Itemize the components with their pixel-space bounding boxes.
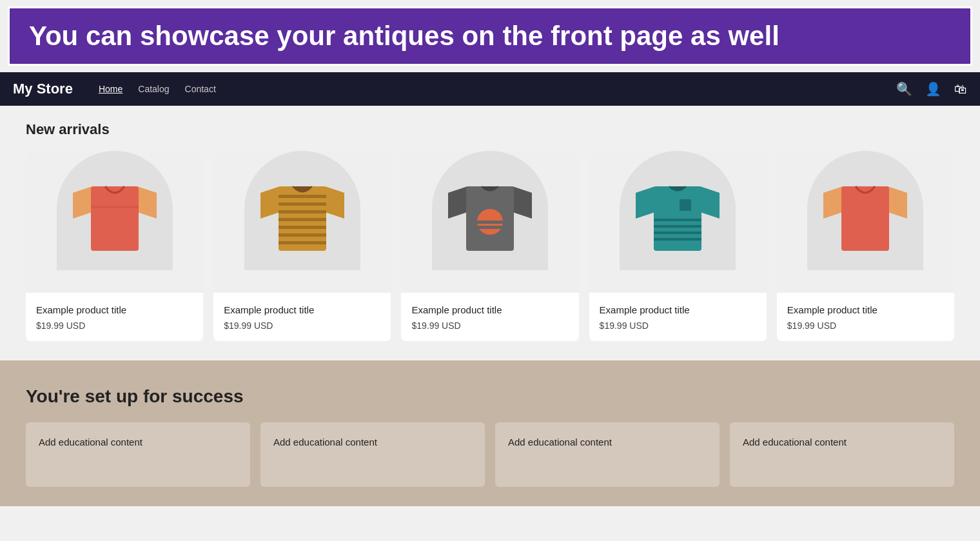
search-icon[interactable]: 🔍 (896, 81, 912, 97)
product-title-5: Example product title (787, 303, 944, 317)
product-image-2 (213, 151, 391, 293)
product-info-2: Example product title $19.99 USD (213, 293, 391, 331)
product-image-5 (777, 151, 954, 293)
svg-rect-9 (279, 210, 326, 213)
svg-marker-5 (325, 186, 344, 219)
edu-cards-grid: Add educational content Add educational … (26, 422, 954, 487)
svg-marker-4 (260, 186, 280, 219)
edu-card-text-1: Add educational content (39, 437, 142, 448)
product-price-4: $19.99 USD (600, 320, 756, 331)
new-arrivals-title: New arrivals (26, 121, 954, 138)
svg-marker-28 (823, 186, 843, 219)
banner-text: You can showcase your antiques on the fr… (29, 21, 779, 51)
svg-marker-15 (513, 186, 532, 219)
tshirt-svg-4 (636, 183, 720, 261)
nav-link-home[interactable]: Home (99, 84, 122, 94)
product-info-3: Example product title $19.99 USD (401, 293, 578, 331)
product-info-4: Example product title $19.99 USD (589, 293, 767, 331)
svg-rect-13 (279, 241, 326, 244)
promo-banner: You can showcase your antiques on the fr… (8, 6, 972, 66)
svg-rect-12 (279, 233, 326, 237)
product-title-2: Example product title (224, 303, 380, 317)
product-price-2: $19.99 USD (224, 320, 380, 331)
product-card-4[interactable]: Example product title $19.99 USD (589, 151, 767, 341)
product-title-4: Example product title (600, 303, 756, 317)
svg-rect-11 (279, 226, 326, 229)
svg-rect-7 (279, 195, 326, 198)
product-title-3: Example product title (411, 303, 568, 317)
nav-link-catalog[interactable]: Catalog (138, 84, 169, 94)
svg-marker-29 (888, 186, 907, 219)
edu-card-1[interactable]: Add educational content (26, 422, 250, 487)
svg-marker-0 (73, 186, 92, 219)
products-grid: Example product title $19.99 USD (26, 151, 954, 341)
success-section: You're set up for success Add educationa… (0, 360, 980, 506)
svg-rect-2 (91, 186, 139, 251)
svg-marker-20 (636, 186, 655, 219)
svg-rect-3 (91, 206, 139, 208)
edu-card-text-3: Add educational content (508, 437, 612, 448)
product-price-5: $19.99 USD (787, 320, 944, 331)
product-info-1: Example product title $19.99 USD (26, 293, 203, 331)
svg-rect-18 (474, 221, 506, 224)
svg-rect-27 (680, 199, 691, 211)
success-title: You're set up for success (26, 386, 954, 407)
svg-rect-19 (474, 226, 506, 229)
cart-icon[interactable]: 🛍 (954, 82, 967, 97)
svg-marker-1 (137, 186, 157, 219)
svg-rect-25 (654, 231, 701, 234)
svg-rect-10 (279, 218, 326, 221)
svg-rect-24 (654, 225, 701, 228)
product-image-4 (589, 151, 767, 293)
edu-card-3[interactable]: Add educational content (495, 422, 720, 487)
product-title-1: Example product title (36, 303, 193, 317)
svg-marker-21 (700, 186, 720, 219)
tshirt-svg-5 (823, 183, 907, 261)
tshirt-svg-3 (448, 183, 532, 261)
main-content: New arrivals Example product ti (0, 106, 980, 360)
product-price-3: $19.99 USD (411, 320, 568, 331)
product-info-5: Example product title $19.99 USD (777, 293, 954, 331)
product-card-5[interactable]: Example product title $19.99 USD (777, 151, 954, 341)
edu-card-text-4: Add educational content (743, 437, 847, 448)
svg-rect-8 (279, 202, 326, 206)
svg-rect-23 (654, 219, 701, 221)
nav-link-contact[interactable]: Contact (185, 84, 216, 94)
edu-card-2[interactable]: Add educational content (260, 422, 485, 487)
nav-links: Home Catalog Contact (99, 84, 896, 94)
navbar: My Store Home Catalog Contact 🔍 👤 🛍 (0, 72, 980, 106)
tshirt-svg-2 (260, 183, 344, 261)
svg-rect-30 (841, 186, 889, 251)
tshirt-svg-1 (73, 183, 157, 261)
user-icon[interactable]: 👤 (925, 81, 941, 97)
edu-card-4[interactable]: Add educational content (730, 422, 954, 487)
svg-rect-26 (654, 238, 701, 241)
product-card-3[interactable]: Example product title $19.99 USD (401, 151, 578, 341)
product-card-1[interactable]: Example product title $19.99 USD (26, 151, 203, 341)
nav-icon-group: 🔍 👤 🛍 (896, 81, 967, 97)
svg-marker-14 (448, 186, 467, 219)
edu-card-text-2: Add educational content (273, 437, 377, 448)
product-card-2[interactable]: Example product title $19.99 USD (213, 151, 391, 341)
product-price-1: $19.99 USD (36, 320, 193, 331)
product-image-3 (401, 151, 578, 293)
product-image-1 (26, 151, 203, 293)
store-name: My Store (13, 81, 73, 97)
